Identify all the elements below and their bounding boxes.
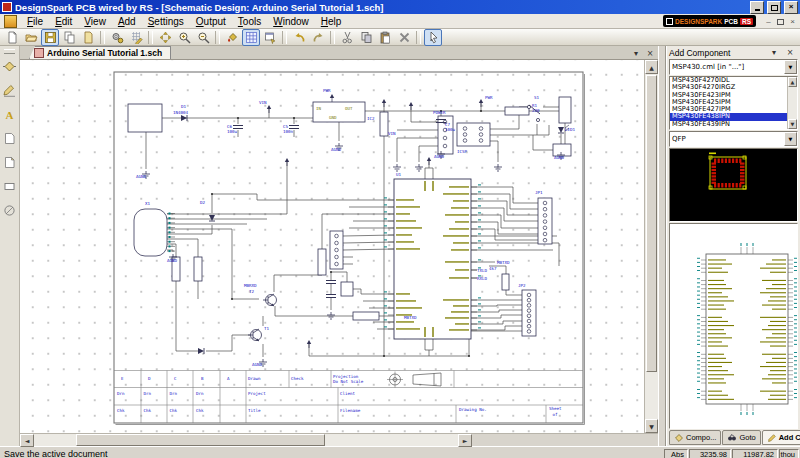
fill-color-icon (226, 31, 239, 44)
panel-tab-goto[interactable]: Goto (722, 430, 760, 445)
toolbar-grip[interactable] (4, 49, 15, 54)
doc-yellow-button[interactable] (79, 29, 97, 46)
document-icon[interactable] (4, 15, 17, 28)
svg-text:RXLD: RXLD (477, 276, 488, 281)
select-button[interactable] (424, 29, 442, 46)
component-list[interactable]: MSP430F4270IDLMSP430F4270IRGZMSP430FE423… (669, 76, 798, 130)
component-list-item[interactable]: MSP430FE439IPN (670, 121, 797, 128)
list-scroll-down-icon[interactable]: ▼ (788, 119, 797, 129)
properties-button[interactable] (261, 29, 279, 46)
svg-text:AGND: AGND (252, 362, 263, 367)
close-button[interactable]: × (784, 1, 798, 14)
menu-edit[interactable]: Edit (49, 15, 78, 28)
gears-button[interactable] (108, 29, 126, 46)
design-rules-button[interactable] (127, 29, 145, 46)
logo-text-pcb: PCB (724, 18, 738, 25)
panel-close-icon[interactable]: × (784, 47, 796, 58)
svg-text:AGND: AGND (167, 258, 178, 263)
menu-file[interactable]: File (21, 15, 49, 28)
panel-title: Add Component (669, 48, 730, 58)
component-icon (3, 60, 16, 73)
add-ellipse-button[interactable] (1, 202, 18, 219)
schematic-labels: EDCBADrawnCheckProjectionDo Not ScaleDrn… (117, 88, 576, 417)
package-combo-dropdown-icon[interactable]: ▼ (784, 132, 797, 146)
svg-text:B: B (201, 376, 204, 381)
add-text-button[interactable]: A (1, 106, 18, 123)
svg-text:TXLD: TXLD (477, 268, 488, 273)
add-rectangle-button[interactable] (1, 178, 18, 195)
svg-text:100u: 100u (445, 127, 456, 132)
svg-text:MBRXD: MBRXD (244, 283, 257, 288)
status-bar: Save the active document Abs 3235.98 119… (0, 446, 800, 458)
menu-settings[interactable]: Settings (142, 15, 190, 28)
rectangle-icon (3, 180, 16, 193)
menu-tools[interactable]: Tools (232, 15, 267, 28)
tab-menu-icon[interactable]: ▾ (630, 48, 642, 59)
mdi-minimize-button[interactable]: – (763, 16, 774, 26)
add-wire-button[interactable] (1, 82, 18, 99)
svg-text:IN: IN (316, 106, 322, 111)
svg-text:AGND: AGND (331, 147, 342, 152)
component-list-scrollbar[interactable]: ▲ ▼ (787, 77, 797, 129)
menu-help[interactable]: Help (315, 15, 348, 28)
add-shape-button[interactable] (1, 130, 18, 147)
copy-doc-button[interactable] (60, 29, 78, 46)
svg-text:Drawn: Drawn (248, 376, 261, 381)
paste-icon (379, 31, 392, 44)
undo-button[interactable] (290, 29, 308, 46)
svg-text:AGND: AGND (136, 174, 147, 179)
menu-add[interactable]: Add (112, 15, 142, 28)
schematic-canvas[interactable]: EDCBADrawnCheckProjectionDo Not ScaleDrn… (20, 60, 644, 433)
copy-button[interactable] (357, 29, 375, 46)
fill-color-button[interactable] (223, 29, 241, 46)
add-component-button[interactable] (1, 58, 18, 75)
document-tab[interactable]: Arduino Serial Tutorial 1.sch (29, 46, 171, 59)
design-rules-icon (130, 31, 143, 44)
mdi-restore-button[interactable] (775, 16, 786, 26)
minimize-button[interactable] (750, 1, 764, 14)
open-button[interactable] (22, 29, 40, 46)
menu-output[interactable]: Output (190, 15, 232, 28)
document-tab-label: Arduino Serial Tutorial 1.sch (47, 48, 162, 58)
menu-view[interactable]: View (78, 15, 112, 28)
library-combo-dropdown-icon[interactable]: ▼ (784, 60, 797, 74)
mdi-close-button[interactable]: × (787, 16, 798, 26)
scroll-right-icon[interactable]: ► (458, 434, 472, 447)
redo-button[interactable] (309, 29, 327, 46)
cut-button[interactable] (338, 29, 356, 46)
svg-text:4k7: 4k7 (489, 266, 497, 271)
document-tab-row: Arduino Serial Tutorial 1.sch ▾ × (20, 46, 658, 60)
horizontal-scroll-thumb[interactable] (76, 434, 325, 446)
svg-text:AGND: AGND (554, 155, 565, 160)
delete-button[interactable] (395, 29, 413, 46)
select-icon (427, 31, 440, 44)
package-combo-value: QFP (670, 135, 784, 143)
save-icon (44, 31, 57, 44)
add-shape-filled-button[interactable] (1, 154, 18, 171)
tab-goto-icon (727, 433, 737, 443)
u1-ic (384, 179, 481, 339)
save-button[interactable] (41, 29, 59, 46)
paste-button[interactable] (376, 29, 394, 46)
zoom-out-button[interactable] (194, 29, 212, 46)
scroll-left-icon[interactable]: ◄ (20, 434, 34, 447)
new-button[interactable] (3, 29, 21, 46)
tab-close-icon[interactable]: × (644, 48, 656, 59)
svg-text:Title: Title (248, 408, 261, 413)
zoom-in-button[interactable] (175, 29, 193, 46)
library-combo[interactable]: MSP430.cml [in "..."] ▼ (669, 59, 798, 75)
schematic-tab-icon (34, 48, 44, 58)
panel-tab-addco[interactable]: Add Co... (762, 430, 800, 445)
panel-menu-icon[interactable]: ▾ (768, 47, 780, 58)
list-scroll-up-icon[interactable]: ▲ (788, 77, 797, 87)
svg-text:Chk: Chk (196, 408, 204, 413)
panel-splitter[interactable] (658, 46, 666, 446)
svg-text:D2: D2 (200, 200, 206, 205)
svg-text:220: 220 (532, 108, 540, 113)
panel-tab-compo[interactable]: Compo... (669, 430, 721, 445)
zoom-extents-button[interactable] (156, 29, 174, 46)
menu-window[interactable]: Window (267, 15, 315, 28)
grid-button[interactable] (242, 29, 260, 46)
restore-button[interactable] (767, 1, 781, 14)
package-combo[interactable]: QFP ▼ (669, 131, 798, 147)
